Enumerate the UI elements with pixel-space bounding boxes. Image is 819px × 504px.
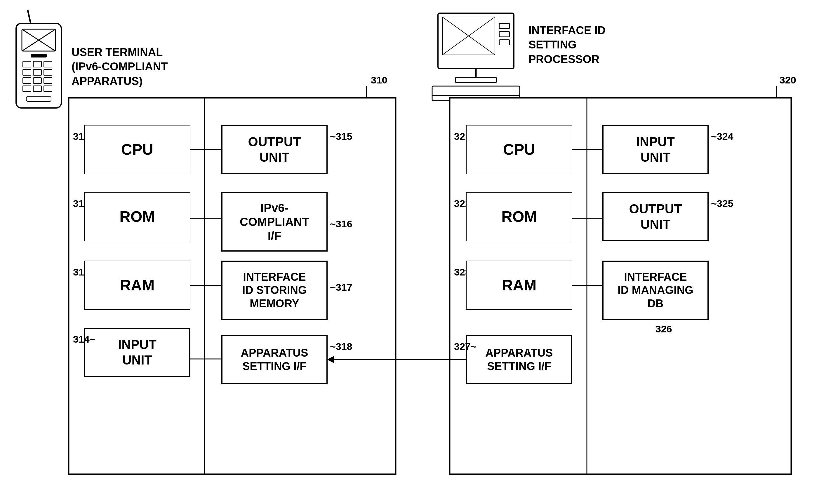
svg-marker-58 <box>327 356 334 363</box>
user-terminal-label: USER TERMINAL (IPv6-COMPLIANT APPARATUS) <box>72 45 168 88</box>
block-ram-323: RAM <box>467 261 572 309</box>
svg-line-2 <box>22 29 55 51</box>
svg-rect-17 <box>44 86 52 92</box>
block-interface-id-storing-317: INTERFACEID STORINGMEMORY <box>222 261 327 320</box>
ref-317: ~317 <box>330 282 352 293</box>
svg-rect-10 <box>33 69 41 75</box>
svg-rect-28 <box>432 86 520 101</box>
svg-rect-11 <box>44 69 52 75</box>
svg-rect-23 <box>499 23 510 29</box>
block-cpu-321: CPU <box>467 125 572 174</box>
interface-id-setting-processor-label: INTERFACE IDSETTINGPROCESSOR <box>529 23 606 67</box>
svg-line-3 <box>22 29 55 51</box>
svg-rect-16 <box>33 86 41 92</box>
block-rom-322: ROM <box>467 193 572 241</box>
svg-rect-13 <box>33 78 41 83</box>
ref-326: 326 <box>656 323 672 335</box>
block-input-unit-314: INPUTUNIT <box>85 328 190 376</box>
svg-rect-14 <box>44 78 52 83</box>
svg-rect-18 <box>26 96 51 102</box>
svg-rect-20 <box>443 17 495 55</box>
svg-line-22 <box>443 17 495 55</box>
ref-318: ~318 <box>330 341 352 352</box>
svg-rect-25 <box>499 40 510 45</box>
svg-rect-19 <box>438 13 514 69</box>
svg-line-4 <box>28 10 31 23</box>
svg-rect-0 <box>16 23 61 108</box>
svg-rect-7 <box>33 61 41 67</box>
svg-rect-1 <box>22 29 55 51</box>
svg-rect-27 <box>456 77 496 83</box>
block-interface-id-managing-326: INTERFACEID MANAGINGDB <box>603 261 708 320</box>
block-output-unit-315: OUTPUTUNIT <box>222 125 327 174</box>
ref-324: ~324 <box>711 131 733 142</box>
block-output-unit-325: OUTPUTUNIT <box>603 193 708 241</box>
block-cpu-311: CPU <box>85 125 190 174</box>
svg-rect-5 <box>31 54 47 57</box>
svg-rect-6 <box>23 61 31 67</box>
block-apparatus-setting-318: APPARATUSSETTING I/F <box>222 336 327 384</box>
block-ipv6-316: IPv6-COMPLIANTI/F <box>222 193 327 251</box>
ref-310: 310 <box>371 74 387 86</box>
block-input-unit-324: INPUTUNIT <box>603 125 708 174</box>
svg-rect-24 <box>499 32 510 37</box>
svg-rect-8 <box>44 61 52 67</box>
svg-rect-12 <box>23 78 31 83</box>
ref-315: ~315 <box>330 131 352 142</box>
svg-rect-9 <box>23 69 31 75</box>
ref-316: ~316 <box>330 218 352 230</box>
block-rom-312: ROM <box>85 193 190 241</box>
diagram: USER TERMINAL (IPv6-COMPLIANT APPARATUS)… <box>0 0 819 504</box>
svg-rect-15 <box>23 86 31 92</box>
ref-320: 320 <box>780 74 796 86</box>
block-apparatus-setting-327: APPARATUSSETTING I/F <box>467 336 572 384</box>
block-ram-313: RAM <box>85 261 190 309</box>
ref-325: ~325 <box>711 198 733 209</box>
svg-line-21 <box>443 17 495 55</box>
